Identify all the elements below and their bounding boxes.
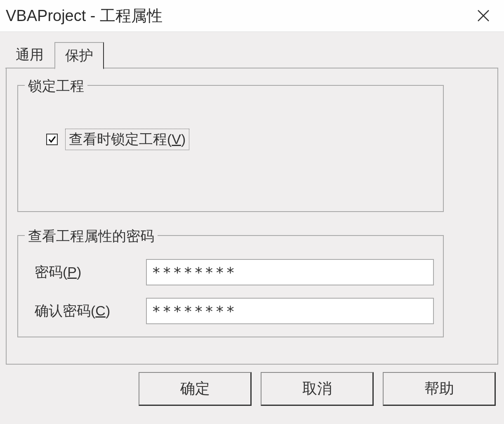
tab-protection[interactable]: 保护: [54, 42, 104, 69]
checkmark-icon: [48, 135, 56, 144]
window-title: VBAProject - 工程属性: [6, 5, 163, 26]
group-lock-title: 锁定工程: [25, 77, 87, 96]
dialog-content: 通用 保护 锁定工程 查看时锁定工程(V) 查看工程属性的密码 密码(P): [0, 32, 504, 424]
group-lock-project: 锁定工程 查看时锁定工程(V): [17, 85, 444, 212]
checkbox-row-lock: 查看时锁定工程(V): [46, 129, 189, 150]
tab-strip: 通用 保护: [5, 44, 504, 68]
dialog-button-row: 确定 取消 帮助: [139, 372, 496, 406]
checkbox-lock-label[interactable]: 查看时锁定工程(V): [65, 129, 189, 150]
close-button[interactable]: [475, 7, 492, 24]
titlebar: VBAProject - 工程属性: [0, 0, 504, 32]
cancel-button[interactable]: 取消: [261, 372, 374, 406]
close-icon: [477, 9, 490, 22]
password-input[interactable]: [146, 259, 434, 285]
field-row-password: 密码(P): [35, 259, 434, 285]
tab-panel-protection: 锁定工程 查看时锁定工程(V) 查看工程属性的密码 密码(P): [6, 68, 498, 365]
help-button[interactable]: 帮助: [383, 372, 496, 406]
group-password: 查看工程属性的密码 密码(P) 确认密码(C): [17, 235, 444, 337]
group-password-title: 查看工程属性的密码: [25, 227, 158, 246]
tab-general[interactable]: 通用: [5, 41, 54, 68]
confirm-password-label: 确认密码(C): [35, 302, 146, 320]
ok-button[interactable]: 确定: [139, 372, 252, 406]
checkbox-lock-for-viewing[interactable]: [46, 134, 58, 145]
password-label: 密码(P): [35, 263, 146, 282]
confirm-password-input[interactable]: [146, 298, 434, 324]
field-row-confirm: 确认密码(C): [35, 298, 434, 324]
